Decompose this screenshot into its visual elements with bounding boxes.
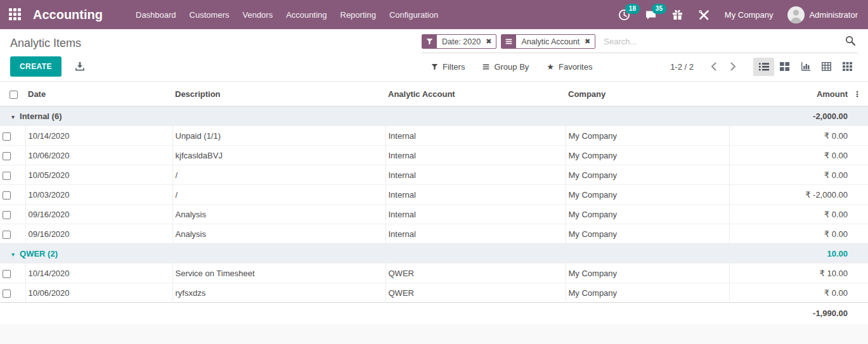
nav-item-accounting[interactable]: Accounting [286, 10, 327, 20]
create-button[interactable]: CREATE [10, 56, 62, 77]
gift-icon[interactable] [671, 9, 683, 21]
cell-spacer [850, 224, 868, 244]
cell-select [0, 185, 25, 205]
pivot-view-icon[interactable] [816, 58, 837, 76]
column-header-company[interactable]: Company [566, 82, 729, 106]
caret-down-icon[interactable]: ▾ [11, 113, 15, 120]
group-label-cell: ▾QWER (2) [0, 244, 729, 264]
cell-company: My Company [566, 205, 729, 224]
table-row[interactable]: 09/16/2020AnalysisInternalMy Company₹ 0.… [0, 205, 868, 224]
export-icon[interactable] [75, 62, 85, 72]
group-by-button[interactable]: Group By [483, 62, 529, 72]
app-menu: Dashboard Customers Vendors Accounting R… [136, 10, 438, 20]
nav-item-configuration[interactable]: Configuration [389, 10, 438, 20]
nav-item-vendors[interactable]: Vendors [242, 10, 273, 20]
table-footer-row: -1,990.00 [0, 303, 868, 324]
group-amount: 10.00 [729, 244, 850, 264]
cell-select [0, 264, 25, 283]
cell-description: ryfsxdzs [172, 283, 385, 303]
column-header-analytic-account[interactable]: Analytic Account [385, 82, 566, 106]
nav-item-dashboard[interactable]: Dashboard [136, 10, 176, 20]
pager-counter: 1-2 / 2 [670, 62, 694, 72]
group-label-cell: ▾Internal (6) [0, 106, 729, 126]
table-header-row: Date Description Analytic Account Compan… [0, 82, 868, 106]
activity-view-icon[interactable] [837, 58, 858, 76]
cell-spacer [850, 205, 868, 224]
row-checkbox[interactable] [3, 152, 11, 160]
row-checkbox[interactable] [3, 290, 11, 298]
cell-date: 10/05/2020 [25, 165, 172, 185]
cell-analytic-account: Internal [385, 146, 566, 165]
cell-company: My Company [566, 264, 729, 283]
filters-button[interactable]: Filters [431, 62, 465, 72]
cell-amount: ₹ 0.00 [729, 283, 850, 303]
cell-description: / [172, 165, 385, 185]
cell-select [0, 126, 25, 146]
cell-description: Analysis [172, 224, 385, 244]
group-spacer [850, 244, 868, 264]
cell-amount: ₹ 0.00 [729, 165, 850, 185]
cell-date: 09/16/2020 [25, 205, 172, 224]
table-row[interactable]: 10/06/2020ryfsxdzsQWERMy Company₹ 0.00 [0, 283, 868, 303]
filters-label: Filters [443, 62, 465, 72]
group-header-row[interactable]: ▾Internal (6)-2,000.00 [0, 106, 868, 126]
pager-next-icon[interactable] [723, 61, 743, 72]
apps-menu-icon[interactable] [9, 8, 22, 21]
kanban-view-icon[interactable] [774, 58, 795, 76]
cell-analytic-account: Internal [385, 165, 566, 185]
activities-clock-icon[interactable]: 18 [618, 9, 630, 21]
cell-select [0, 205, 25, 224]
table-row[interactable]: 10/14/2020Service on TimesheetQWERMy Com… [0, 264, 868, 283]
row-checkbox[interactable] [3, 231, 11, 239]
column-header-description[interactable]: Description [172, 82, 385, 106]
pager-previous-icon[interactable] [704, 61, 723, 72]
company-switcher[interactable]: My Company [725, 10, 774, 20]
graph-view-icon[interactable] [795, 58, 816, 76]
user-menu[interactable]: Administrator [787, 6, 858, 23]
cell-select [0, 146, 25, 165]
tools-icon[interactable] [698, 9, 710, 21]
cell-select [0, 283, 25, 303]
nav-item-customers[interactable]: Customers [190, 10, 230, 20]
group-header-row[interactable]: ▾QWER (2)10.00 [0, 244, 868, 264]
table-row[interactable]: 10/05/2020/InternalMy Company₹ 0.00 [0, 165, 868, 185]
column-header-date[interactable]: Date [25, 82, 172, 106]
row-checkbox[interactable] [3, 191, 11, 200]
search-icon[interactable] [844, 35, 857, 48]
row-checkbox[interactable] [3, 172, 11, 180]
page-title: Analytic Items [10, 37, 81, 50]
favorites-button[interactable]: ★ Favorites [547, 62, 592, 72]
user-avatar [787, 6, 805, 23]
cell-amount: ₹ 0.00 [729, 146, 850, 165]
table-row[interactable]: 10/14/2020Unpaid (1/1)InternalMy Company… [0, 126, 868, 146]
search-input[interactable] [600, 37, 844, 46]
select-all-checkbox[interactable] [10, 91, 18, 99]
filter-icon [422, 35, 437, 48]
cell-spacer [850, 185, 868, 205]
cell-amount: ₹ -2,000.00 [729, 185, 850, 205]
remove-facet-icon[interactable]: ✖ [585, 37, 595, 46]
cell-date: 10/14/2020 [25, 264, 172, 283]
cell-amount: ₹ 0.00 [729, 126, 850, 146]
row-checkbox[interactable] [3, 211, 11, 219]
cell-company: My Company [566, 126, 729, 146]
current-app-name[interactable]: Accounting [33, 8, 103, 22]
optional-columns-icon[interactable]: ⋮ [853, 90, 861, 99]
table-row[interactable]: 10/06/2020kjfcasldaBVJInternalMy Company… [0, 146, 868, 165]
cell-company: My Company [566, 224, 729, 244]
nav-item-reporting[interactable]: Reporting [340, 10, 376, 20]
cell-select [0, 165, 25, 185]
remove-facet-icon[interactable]: ✖ [486, 37, 496, 46]
row-checkbox[interactable] [3, 132, 11, 141]
list-view-icon[interactable] [753, 58, 774, 76]
messages-icon[interactable]: 35 [645, 9, 657, 21]
row-checkbox[interactable] [3, 270, 11, 278]
table-row[interactable]: 10/03/2020/InternalMy Company₹ -2,000.00 [0, 185, 868, 205]
user-name: Administrator [809, 10, 858, 20]
cell-description: kjfcasldaBVJ [172, 146, 385, 165]
group-label: Internal (6) [20, 111, 62, 121]
cell-company: My Company [566, 185, 729, 205]
column-header-amount[interactable]: Amount [729, 82, 850, 106]
caret-down-icon[interactable]: ▾ [11, 251, 15, 258]
table-row[interactable]: 09/16/2020AnalysisInternalMy Company₹ 0.… [0, 224, 868, 244]
